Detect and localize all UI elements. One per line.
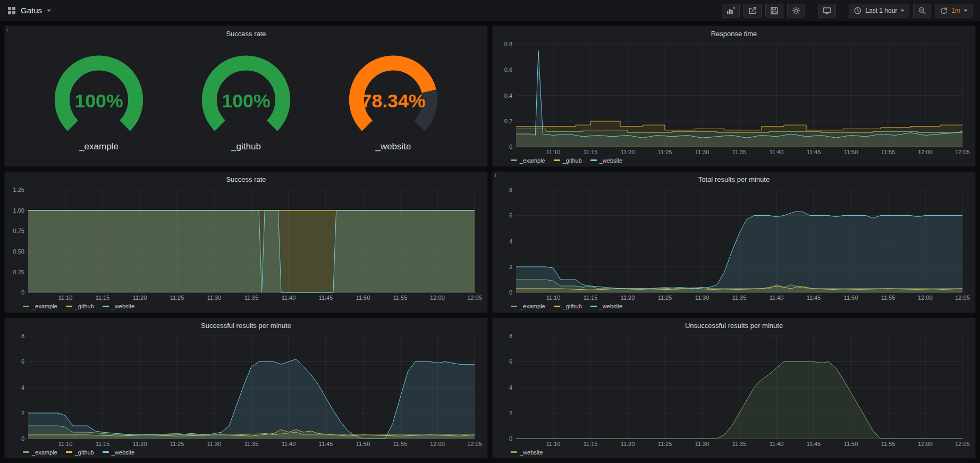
panel-title[interactable]: Successful results per minute (9, 319, 483, 331)
panel-info-icon[interactable]: i (7, 27, 9, 33)
panel-success-rate: Success rate 00.250.500.751.001.2511:101… (4, 171, 488, 313)
svg-text:11:15: 11:15 (584, 441, 598, 447)
svg-text:11:55: 11:55 (881, 294, 895, 301)
caret-down-icon (900, 10, 905, 12)
legend-item-example[interactable]: _example (23, 303, 57, 309)
refresh-icon (940, 6, 948, 15)
add-panel-button[interactable] (722, 4, 740, 18)
time-range-picker[interactable]: Last 1 hour (849, 4, 909, 18)
svg-text:4: 4 (509, 384, 512, 390)
svg-text:6: 6 (509, 358, 512, 365)
zoom-out-button[interactable] (913, 4, 931, 18)
svg-text:0.25: 0.25 (13, 269, 24, 275)
legend-item-github[interactable]: _github (554, 303, 582, 309)
time-series-plot[interactable]: 0246811:1011:1511:2011:2511:3011:3511:40… (497, 184, 971, 302)
svg-text:8: 8 (509, 333, 512, 339)
navbar-right: Last 1 hour 1m (722, 4, 973, 18)
legend-item-website[interactable]: _website (103, 303, 134, 309)
save-button[interactable] (765, 4, 783, 18)
zoom-out-icon (918, 6, 926, 15)
gauge-label: _github (231, 141, 261, 152)
svg-text:11:15: 11:15 (584, 294, 598, 301)
svg-text:0.4: 0.4 (504, 92, 512, 99)
gauge-value: 100% (222, 90, 270, 111)
svg-text:11:30: 11:30 (207, 294, 222, 301)
share-button[interactable] (744, 4, 762, 18)
tv-mode-button[interactable] (818, 4, 836, 18)
svg-text:2: 2 (21, 410, 24, 416)
legend-item-example[interactable]: _example (511, 157, 545, 164)
svg-text:11:10: 11:10 (58, 441, 73, 447)
legend-series-color (511, 451, 517, 453)
svg-text:2: 2 (509, 264, 512, 270)
dashboard-title[interactable]: Gatus (21, 6, 42, 15)
refresh-button[interactable]: 1m (935, 4, 973, 18)
legend-item-website[interactable]: _website (590, 303, 622, 309)
panel-response-time: Response time 00.20.40.60.811:1011:1511:… (492, 26, 976, 167)
svg-text:11:35: 11:35 (732, 294, 747, 301)
svg-text:11:15: 11:15 (584, 149, 598, 155)
svg-text:11:45: 11:45 (319, 441, 333, 447)
svg-text:8: 8 (509, 187, 512, 193)
dashboard-grid-icon[interactable] (7, 6, 16, 15)
panel-title[interactable]: Response time (497, 28, 971, 39)
svg-text:11:15: 11:15 (96, 441, 110, 447)
legend-item-example[interactable]: _example (511, 303, 545, 309)
svg-text:11:30: 11:30 (695, 294, 709, 301)
legend-item-example[interactable]: _example (23, 449, 57, 456)
time-series-plot[interactable]: 00.250.500.751.001.2511:1011:1511:2011:2… (9, 184, 483, 302)
panel-title[interactable]: Total results per minute (497, 173, 971, 184)
svg-text:11:40: 11:40 (770, 149, 784, 155)
legend-item-website[interactable]: _website (590, 157, 622, 164)
panel-info-icon[interactable]: i (495, 172, 496, 179)
panel-title[interactable]: Success rate (9, 28, 483, 39)
dashboard-settings-button[interactable] (787, 4, 805, 18)
svg-text:11:35: 11:35 (244, 294, 259, 301)
time-series-plot[interactable]: 00.20.40.60.811:1011:1511:2011:2511:3011… (497, 39, 971, 156)
gauge-value: 78.34% (361, 90, 426, 111)
svg-text:11:55: 11:55 (393, 441, 408, 447)
svg-text:11:20: 11:20 (133, 441, 147, 447)
legend-series-color (66, 306, 72, 307)
panel-title[interactable]: Success rate (9, 173, 483, 184)
gauge-list: 100%_example100%_github78.34%_website (9, 39, 483, 165)
svg-text:11:40: 11:40 (282, 441, 296, 447)
svg-text:6: 6 (21, 358, 24, 365)
add-panel-icon (726, 6, 735, 15)
grafana-app: Gatus Last 1 hour (0, 0, 980, 463)
panel-title[interactable]: Unsuccessful results per minute (497, 319, 971, 331)
legend-series-color (590, 306, 597, 307)
legend-item-github[interactable]: _github (66, 303, 94, 309)
caret-down-icon (964, 10, 968, 12)
time-series-plot[interactable]: 0246811:1011:1511:2011:2511:3011:3511:40… (497, 331, 971, 448)
caret-down-icon[interactable] (47, 10, 51, 12)
svg-text:12:00: 12:00 (918, 149, 933, 155)
gauge-website: 78.34%_website (336, 53, 451, 152)
time-series-plot[interactable]: 0246811:1011:1511:2011:2511:3011:3511:40… (9, 331, 483, 448)
svg-text:11:55: 11:55 (881, 149, 895, 155)
svg-text:12:00: 12:00 (430, 294, 445, 301)
svg-text:11:55: 11:55 (393, 294, 408, 301)
legend-item-website[interactable]: _website (511, 449, 543, 456)
svg-text:11:45: 11:45 (807, 149, 821, 155)
svg-text:0.75: 0.75 (13, 228, 24, 234)
dashboard-grid: i Success rate 100%_example100%_github78… (0, 21, 980, 463)
svg-text:1.25: 1.25 (13, 187, 24, 193)
svg-text:11:50: 11:50 (844, 294, 858, 301)
svg-text:11:10: 11:10 (546, 294, 561, 301)
svg-text:11:45: 11:45 (807, 294, 821, 301)
legend-item-github[interactable]: _github (66, 449, 94, 456)
svg-text:11:35: 11:35 (732, 441, 747, 447)
svg-text:11:20: 11:20 (621, 441, 635, 447)
svg-text:11:20: 11:20 (133, 294, 147, 301)
svg-text:2: 2 (509, 410, 512, 416)
svg-text:11:30: 11:30 (695, 149, 709, 155)
svg-text:0.8: 0.8 (504, 41, 512, 47)
svg-text:12:05: 12:05 (955, 441, 970, 447)
svg-text:0: 0 (509, 435, 512, 442)
legend-item-github[interactable]: _github (554, 157, 582, 164)
svg-text:0: 0 (509, 289, 512, 296)
svg-text:11:10: 11:10 (546, 441, 561, 447)
svg-text:12:00: 12:00 (430, 441, 445, 447)
legend-item-website[interactable]: _website (103, 449, 134, 456)
